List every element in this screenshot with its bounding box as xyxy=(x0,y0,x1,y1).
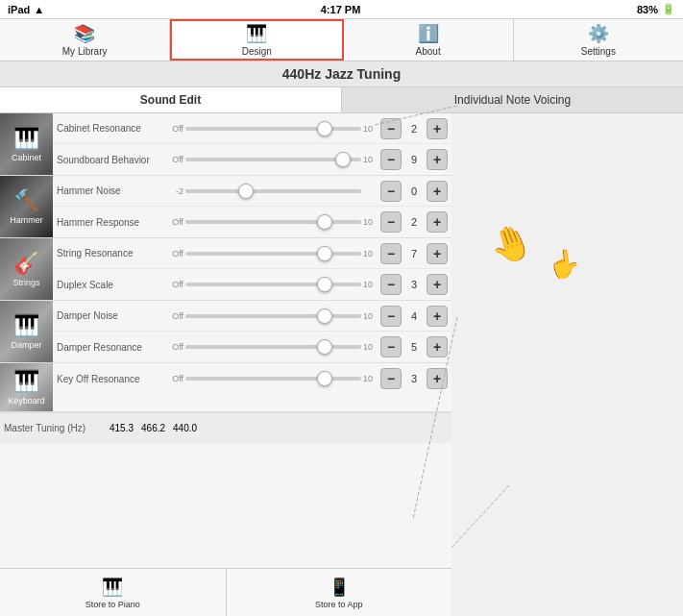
minus-button[interactable]: − xyxy=(380,336,402,357)
nav-library-label: My Library xyxy=(62,46,108,57)
param-controls: − 9 + xyxy=(380,149,448,170)
minus-button[interactable]: − xyxy=(380,368,402,389)
param-name: Soundboard Behavior xyxy=(57,155,162,165)
plus-button[interactable]: + xyxy=(427,336,448,357)
slider-track[interactable] xyxy=(185,189,361,193)
master-tuning-row: Master Tuning (Hz) 415.3 466.2 440.0 xyxy=(0,412,451,443)
param-value: 0 xyxy=(404,185,424,197)
battery-icon: 🔋 xyxy=(662,3,675,15)
minus-button[interactable]: − xyxy=(380,181,402,202)
minus-button[interactable]: − xyxy=(380,306,402,327)
slider-container: Off 10 xyxy=(162,249,380,259)
param-name: Hammer Noise xyxy=(57,185,162,196)
param-row: Damper Noise Off 10 − 4 + xyxy=(53,301,451,332)
param-name: Cabinet Resonance xyxy=(57,123,162,134)
plus-button[interactable]: + xyxy=(427,149,448,170)
param-name: String Resonance xyxy=(57,248,162,259)
bottom-bar: 🎹 Store to Piano 📱 Store to App xyxy=(0,568,451,616)
cabinet-image: 🎹 Cabinet xyxy=(0,113,53,175)
slider-track[interactable] xyxy=(185,252,361,256)
slider-container: Off 10 xyxy=(162,217,380,227)
master-val1: 415.3 xyxy=(110,423,134,433)
tab-individual-note[interactable]: Individual Note Voicing xyxy=(342,87,683,112)
nav-design[interactable]: 🎹 Design xyxy=(170,19,343,61)
design-icon: 🎹 xyxy=(246,23,267,44)
minus-button[interactable]: − xyxy=(380,118,402,139)
slider-container: Off 10 xyxy=(162,124,380,134)
slider-container: Off 10 xyxy=(162,280,380,289)
param-name: Duplex Scale xyxy=(57,280,162,290)
tab-sound-edit[interactable]: Sound Edit xyxy=(0,87,342,112)
cabinet-params: Cabinet Resonance Off 10 − 2 + xyxy=(53,113,451,175)
minus-button[interactable]: − xyxy=(380,274,402,295)
param-row: Key Off Resonance Off 10 − 3 + xyxy=(53,363,451,394)
param-controls: − 4 + xyxy=(380,306,448,327)
slider-track[interactable] xyxy=(185,127,361,131)
status-bar: iPad ▲ 4:17 PM 83% 🔋 xyxy=(0,0,683,19)
param-row: Hammer Noise -2 − 0 + xyxy=(53,176,451,207)
slider-track[interactable] xyxy=(185,345,361,349)
param-controls: − 5 + xyxy=(380,336,448,357)
param-controls: − 3 + xyxy=(380,274,448,295)
slider-min: Off xyxy=(162,249,183,259)
minus-button[interactable]: − xyxy=(380,211,402,233)
minus-button[interactable]: − xyxy=(380,149,402,170)
param-name: Damper Noise xyxy=(57,310,162,321)
strings-params: String Resonance Off 10 − 7 + xyxy=(53,238,451,300)
param-controls: − 2 + xyxy=(380,211,448,233)
plus-button[interactable]: + xyxy=(427,274,448,295)
nav-my-library[interactable]: 📚 My Library xyxy=(0,19,170,61)
param-row: Soundboard Behavior Off 10 − 9 + xyxy=(53,144,451,175)
minus-button[interactable]: − xyxy=(380,243,402,264)
cabinet-label: Cabinet xyxy=(12,153,41,162)
slider-track[interactable] xyxy=(185,158,361,161)
keyboard-image: 🎹 Keyboard xyxy=(0,363,53,411)
nav-settings-label: Settings xyxy=(581,46,616,57)
param-name: Hammer Response xyxy=(57,217,162,228)
tooltip-panel: Move the slider or tap the [-]/[+] butto… xyxy=(451,113,683,584)
slider-container: Off 10 xyxy=(162,374,380,383)
plus-button[interactable]: + xyxy=(427,368,448,389)
wifi-icon: ▲ xyxy=(34,4,44,15)
plus-button[interactable]: + xyxy=(427,211,448,233)
nav-design-label: Design xyxy=(242,46,272,57)
battery-label: 83% xyxy=(637,4,658,15)
param-value: 3 xyxy=(404,373,424,384)
nav-settings[interactable]: ⚙️ Settings xyxy=(514,19,683,61)
store-to-piano-button[interactable]: 🎹 Store to Piano xyxy=(0,569,227,616)
hammer-params: Hammer Noise -2 − 0 + Hamm xyxy=(53,176,451,237)
slider-min: Off xyxy=(162,124,183,134)
store-piano-label: Store to Piano xyxy=(85,600,140,609)
param-value: 9 xyxy=(404,154,424,165)
slider-min: Off xyxy=(162,311,183,321)
status-left: iPad ▲ xyxy=(8,4,44,15)
slider-min: Off xyxy=(162,342,183,352)
section-hammer: 🔨 Hammer Hammer Noise -2 − 0 xyxy=(0,176,451,238)
slider-track[interactable] xyxy=(185,220,361,224)
content-area: 🎹 Cabinet Cabinet Resonance Off 10 − xyxy=(0,113,451,584)
param-value: 4 xyxy=(404,310,424,322)
nav-bar: 📚 My Library 🎹 Design ℹ️ About ⚙️ Settin… xyxy=(0,19,683,62)
settings-icon: ⚙️ xyxy=(588,23,609,44)
param-row: Damper Resonance Off 10 − 5 + xyxy=(53,332,451,362)
plus-button[interactable]: + xyxy=(427,118,448,139)
slider-track[interactable] xyxy=(185,377,361,381)
store-app-icon: 📱 xyxy=(329,577,350,598)
master-val2: 466.2 xyxy=(141,423,165,433)
strings-label: Strings xyxy=(12,278,39,287)
plus-button[interactable]: + xyxy=(427,181,448,202)
plus-button[interactable]: + xyxy=(427,243,448,264)
slider-track[interactable] xyxy=(185,314,361,318)
slider-track[interactable] xyxy=(185,283,361,286)
slider-min: -2 xyxy=(162,186,183,196)
param-row: Cabinet Resonance Off 10 − 2 + xyxy=(53,113,451,144)
param-row: Duplex Scale Off 10 − 3 + xyxy=(53,269,451,300)
nav-about[interactable]: ℹ️ About xyxy=(344,19,514,61)
store-piano-icon: 🎹 xyxy=(102,577,123,598)
slider-min: Off xyxy=(162,155,183,164)
slider-container: Off 10 xyxy=(162,342,380,352)
param-name: Damper Resonance xyxy=(57,342,162,353)
hammer-image: 🔨 Hammer xyxy=(0,176,53,237)
plus-button[interactable]: + xyxy=(427,306,448,327)
store-to-app-button[interactable]: 📱 Store to App xyxy=(227,569,452,616)
